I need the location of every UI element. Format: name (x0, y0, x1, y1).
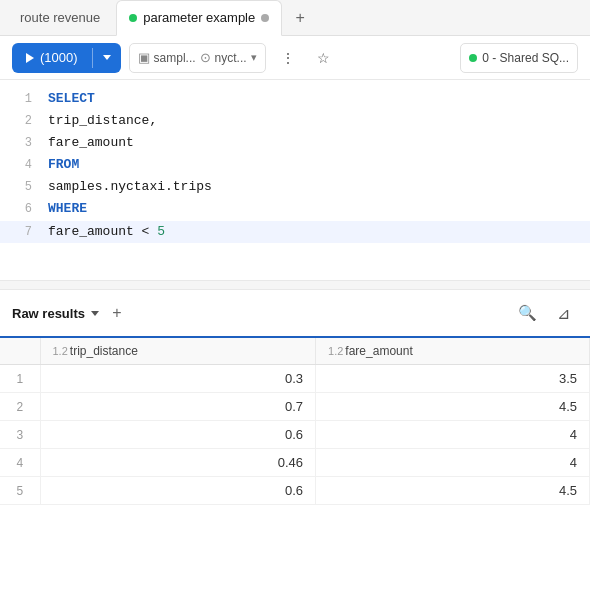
cell-fare_amount: 3.5 (316, 365, 590, 393)
code-line-3: 3 fare_amount (0, 132, 590, 154)
status-green-dot (469, 54, 477, 62)
cell-fare_amount: 4 (316, 449, 590, 477)
star-icon: ☆ (317, 50, 330, 66)
table-row: 30.64 (0, 421, 590, 449)
cell-fare_amount: 4.5 (316, 393, 590, 421)
results-tab[interactable]: Raw results (12, 306, 99, 321)
tab-parameter-example-label: parameter example (143, 10, 255, 25)
line-number: 2 (12, 111, 32, 131)
dots-vertical-icon: ⋮ (281, 50, 294, 66)
run-dropdown-button[interactable] (93, 43, 121, 73)
tab-parameter-example[interactable]: parameter example (116, 0, 282, 36)
code-line-7: 7 fare_amount < 5 (0, 221, 590, 243)
code-line-4: 4FROM (0, 154, 590, 176)
line-content: samples.nyctaxi.trips (48, 176, 212, 198)
cell-trip_distance: 0.3 (40, 365, 316, 393)
cell-fare_amount: 4 (316, 421, 590, 449)
run-count-label: (1000) (40, 50, 78, 65)
toolbar: (1000) ▣ sampl... ⊙ nyct... ▾ ⋮ ☆ 0 - Sh… (0, 36, 590, 80)
code-line-2: 2 trip_distance, (0, 110, 590, 132)
tab-bar: route revenue parameter example + (0, 0, 590, 36)
line-content: fare_amount (48, 132, 134, 154)
run-button[interactable]: (1000) (12, 43, 92, 73)
line-content: FROM (48, 154, 79, 176)
cell-trip_distance: 0.46 (40, 449, 316, 477)
line-number: 1 (12, 89, 32, 109)
line-number: 4 (12, 155, 32, 175)
table-row: 40.464 (0, 449, 590, 477)
line-number: 7 (12, 222, 32, 242)
cell-trip_distance: 0.7 (40, 393, 316, 421)
row-number: 3 (0, 421, 40, 449)
line-content: WHERE (48, 198, 87, 220)
results-table-container: 1.2trip_distance1.2fare_amount 10.33.520… (0, 338, 590, 505)
column-header-row_num (0, 338, 40, 365)
db-chevron-icon: ▾ (251, 51, 257, 64)
row-number: 4 (0, 449, 40, 477)
row-number: 5 (0, 477, 40, 505)
line-number: 3 (12, 133, 32, 153)
col-type-badge: 1.2 (328, 345, 343, 357)
tab-route-revenue-label: route revenue (20, 10, 100, 25)
status-text: 0 - Shared SQ... (482, 51, 569, 65)
section-divider (0, 280, 590, 290)
code-line-1: 1SELECT (0, 88, 590, 110)
line-content: fare_amount < 5 (48, 221, 165, 243)
status-pill: 0 - Shared SQ... (460, 43, 578, 73)
star-button[interactable]: ☆ (310, 44, 338, 72)
add-tab-button[interactable]: + (286, 4, 314, 32)
cell-fare_amount: 4.5 (316, 477, 590, 505)
row-number: 1 (0, 365, 40, 393)
cell-trip_distance: 0.6 (40, 477, 316, 505)
results-header: Raw results + 🔍 ⊿ (0, 290, 590, 338)
table-row: 10.33.5 (0, 365, 590, 393)
row-number: 2 (0, 393, 40, 421)
add-result-tab-button[interactable]: + (105, 301, 129, 325)
column-header-trip_distance: 1.2trip_distance (40, 338, 316, 365)
code-line-5: 5 samples.nyctaxi.trips (0, 176, 590, 198)
search-results-button[interactable]: 🔍 (512, 298, 542, 328)
line-content: SELECT (48, 88, 95, 110)
col-type-badge: 1.2 (53, 345, 68, 357)
run-button-group: (1000) (12, 43, 121, 73)
filter-results-button[interactable]: ⊿ (548, 298, 578, 328)
results-table: 1.2trip_distance1.2fare_amount 10.33.520… (0, 338, 590, 505)
search-icon: 🔍 (518, 304, 537, 322)
chevron-down-icon (103, 55, 111, 60)
table-row: 50.64.5 (0, 477, 590, 505)
cylinder-icon: ⊙ (200, 50, 211, 65)
code-line-6: 6WHERE (0, 198, 590, 220)
column-header-fare_amount: 1.2fare_amount (316, 338, 590, 365)
tab-active-icon (129, 14, 137, 22)
database-selector[interactable]: ▣ sampl... ⊙ nyct... ▾ (129, 43, 266, 73)
cell-trip_distance: 0.6 (40, 421, 316, 449)
tab-modified-dot (261, 14, 269, 22)
line-content: trip_distance, (48, 110, 157, 132)
results-tab-label-text: Raw results (12, 306, 85, 321)
db-label1: sampl... (154, 51, 196, 65)
tab-route-revenue[interactable]: route revenue (8, 0, 112, 36)
line-number: 5 (12, 177, 32, 197)
db-label2: nyct... (215, 51, 247, 65)
table-row: 20.74.5 (0, 393, 590, 421)
results-chevron-icon (91, 311, 99, 316)
code-editor[interactable]: 1SELECT2 trip_distance,3 fare_amount4FRO… (0, 80, 590, 280)
run-icon (26, 53, 34, 63)
table-icon: ▣ (138, 50, 150, 65)
filter-icon: ⊿ (557, 304, 570, 323)
more-options-button[interactable]: ⋮ (274, 44, 302, 72)
line-number: 6 (12, 199, 32, 219)
